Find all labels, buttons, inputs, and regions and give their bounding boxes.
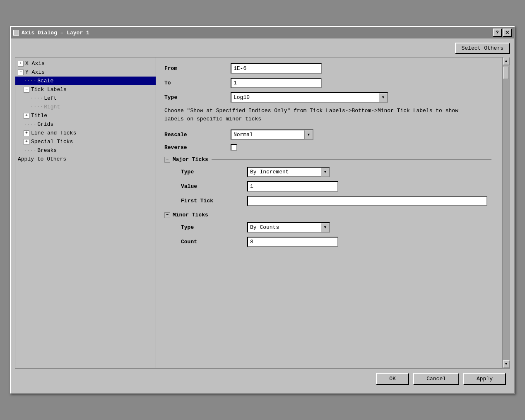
tree-item-scale[interactable]: ···· Scale bbox=[15, 77, 156, 85]
count-row: Count bbox=[164, 237, 491, 247]
minor-ticks-divider bbox=[212, 215, 491, 215]
minor-ticks-collapse-btn[interactable]: − bbox=[164, 212, 170, 218]
minor-type-select[interactable]: By Counts By Increment Manual bbox=[247, 222, 330, 233]
main-area: + X Axis − Y Axis ···· Scale − Tick Labe… bbox=[15, 57, 510, 368]
tree-item-apply-to-others[interactable]: Apply to Others bbox=[15, 155, 156, 163]
type-select[interactable]: Log10 Linear bbox=[231, 92, 388, 103]
rescale-select[interactable]: Normal Auto Manual bbox=[231, 130, 313, 140]
expand-icon-y-axis[interactable]: − bbox=[18, 70, 24, 75]
scrollbar: ▲ ▼ bbox=[502, 58, 510, 368]
expand-icon-special-ticks[interactable]: + bbox=[24, 139, 29, 145]
type-label: Type bbox=[164, 94, 231, 101]
scroll-up-btn[interactable]: ▲ bbox=[503, 58, 510, 65]
scroll-thumb[interactable] bbox=[503, 67, 509, 79]
reverse-checkbox[interactable] bbox=[231, 144, 237, 151]
major-ticks-collapse-btn[interactable]: − bbox=[164, 157, 170, 163]
minor-type-label: Type bbox=[181, 224, 247, 230]
major-ticks-divider bbox=[212, 159, 491, 160]
expand-icon-title[interactable]: + bbox=[24, 113, 29, 119]
tree-item-x-axis[interactable]: + X Axis bbox=[15, 59, 156, 68]
type-select-wrapper: Log10 Linear ▼ bbox=[231, 92, 388, 103]
dialog-window: Axis Dialog – Layer 1 ? ✕ Select Others … bbox=[10, 26, 515, 394]
minor-type-row: Type By Counts By Increment Manual ▼ bbox=[164, 222, 491, 233]
reverse-row: Reverse bbox=[164, 144, 491, 151]
major-type-row: Type By Increment By Counts Manual ▼ bbox=[164, 167, 491, 177]
tree-item-special-ticks[interactable]: + Special Ticks bbox=[15, 137, 156, 146]
from-input[interactable] bbox=[231, 63, 322, 74]
window-title: Axis Dialog – Layer 1 bbox=[22, 30, 89, 36]
dialog-body: Select Others + X Axis − Y Axis ···· S bbox=[11, 38, 514, 393]
title-bar: Axis Dialog – Layer 1 ? ✕ bbox=[11, 27, 514, 38]
type-row: Type Log10 Linear ▼ bbox=[164, 92, 491, 103]
major-value-row: Value bbox=[164, 181, 491, 192]
tree-dots-right: ···· bbox=[30, 104, 43, 110]
tree-dots-scale: ···· bbox=[24, 78, 36, 84]
count-label: Count bbox=[181, 239, 247, 245]
expand-icon-line-ticks[interactable]: + bbox=[24, 130, 29, 136]
content-panel: From To Type Log10 Linea bbox=[156, 58, 510, 368]
tree-item-tick-labels[interactable]: − Tick Labels bbox=[15, 85, 156, 94]
tree-item-left[interactable]: ···· Left bbox=[15, 94, 156, 103]
scroll-down-btn[interactable]: ▼ bbox=[503, 360, 510, 368]
rescale-select-wrapper: Normal Auto Manual ▼ bbox=[231, 130, 313, 140]
window-icon bbox=[13, 30, 19, 36]
tree-label-scale: Scale bbox=[37, 78, 53, 84]
tree-label-special-ticks: Special Ticks bbox=[31, 139, 73, 145]
reverse-label: Reverse bbox=[164, 144, 231, 151]
tree-item-breaks[interactable]: ···· Breaks bbox=[15, 146, 156, 155]
title-bar-buttons: ? ✕ bbox=[493, 29, 512, 37]
apply-button[interactable]: Apply bbox=[463, 373, 506, 385]
to-input[interactable] bbox=[231, 78, 322, 88]
tree-item-title[interactable]: + Title bbox=[15, 111, 156, 120]
title-bar-left: Axis Dialog – Layer 1 bbox=[13, 30, 89, 36]
tree-item-y-axis[interactable]: − Y Axis bbox=[15, 68, 156, 77]
tree-dots-breaks: ···· bbox=[24, 147, 36, 154]
tree-label-right: Right bbox=[44, 104, 60, 110]
tree-panel: + X Axis − Y Axis ···· Scale − Tick Labe… bbox=[15, 58, 156, 368]
scroll-track[interactable] bbox=[503, 65, 510, 360]
major-ticks-section: − Major Ticks bbox=[164, 156, 491, 163]
tree-item-grids[interactable]: ···· Grids bbox=[15, 120, 156, 129]
top-bar: Select Others bbox=[15, 43, 510, 54]
close-button[interactable]: ✕ bbox=[503, 29, 512, 37]
major-type-select-wrapper: By Increment By Counts Manual ▼ bbox=[247, 167, 330, 177]
minor-ticks-label: − Minor Ticks bbox=[164, 212, 208, 218]
major-type-select[interactable]: By Increment By Counts Manual bbox=[247, 167, 330, 177]
major-value-input[interactable] bbox=[247, 181, 338, 192]
major-value-label: Value bbox=[181, 183, 247, 190]
tree-label-title: Title bbox=[31, 113, 47, 119]
expand-icon-x-axis[interactable]: + bbox=[18, 61, 24, 67]
tree-label-grids: Grids bbox=[37, 121, 53, 127]
cancel-button[interactable]: Cancel bbox=[413, 373, 459, 385]
tree-label-breaks: Breaks bbox=[37, 147, 57, 154]
help-button[interactable]: ? bbox=[493, 29, 502, 37]
tree-item-right[interactable]: ···· Right bbox=[15, 103, 156, 111]
to-label: To bbox=[164, 80, 231, 86]
tree-label-line-ticks: Line and Ticks bbox=[31, 130, 76, 136]
major-type-label: Type bbox=[181, 169, 247, 175]
tree-label-y-axis: Y Axis bbox=[25, 69, 45, 75]
first-tick-row: First Tick bbox=[164, 196, 491, 206]
tree-label-tick-labels: Tick Labels bbox=[31, 86, 67, 93]
from-label: From bbox=[164, 65, 231, 72]
rescale-row: Rescale Normal Auto Manual ▼ bbox=[164, 130, 491, 140]
count-input[interactable] bbox=[247, 237, 338, 247]
first-tick-input[interactable] bbox=[247, 196, 487, 206]
minor-ticks-section: − Minor Ticks bbox=[164, 212, 491, 218]
tree-label-left: Left bbox=[44, 95, 57, 101]
minor-type-select-wrapper: By Counts By Increment Manual ▼ bbox=[247, 222, 330, 233]
ok-button[interactable]: OK bbox=[376, 373, 409, 385]
tree-dots-left: ···· bbox=[30, 95, 43, 101]
tree-item-line-and-ticks[interactable]: + Line and Ticks bbox=[15, 129, 156, 137]
first-tick-label: First Tick bbox=[181, 198, 247, 204]
tree-dots-grids: ···· bbox=[24, 121, 36, 127]
content-inner: From To Type Log10 Linea bbox=[164, 63, 501, 247]
expand-icon-tick-labels[interactable]: − bbox=[24, 87, 29, 93]
select-others-button[interactable]: Select Others bbox=[455, 43, 510, 54]
bottom-bar: OK Cancel Apply bbox=[15, 368, 510, 389]
rescale-label: Rescale bbox=[164, 132, 231, 138]
tree-label-apply-to-others: Apply to Others bbox=[18, 156, 66, 162]
tree-label-x-axis: X Axis bbox=[25, 60, 45, 67]
hint-text: Choose "Show at Specified Indices Only" … bbox=[164, 107, 462, 123]
from-row: From bbox=[164, 63, 491, 74]
